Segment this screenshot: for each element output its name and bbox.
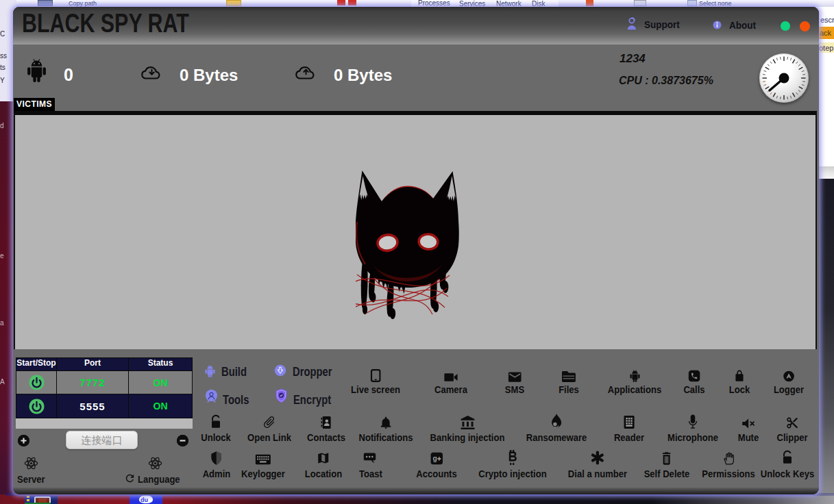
svg-text:g: g [432,455,437,462]
